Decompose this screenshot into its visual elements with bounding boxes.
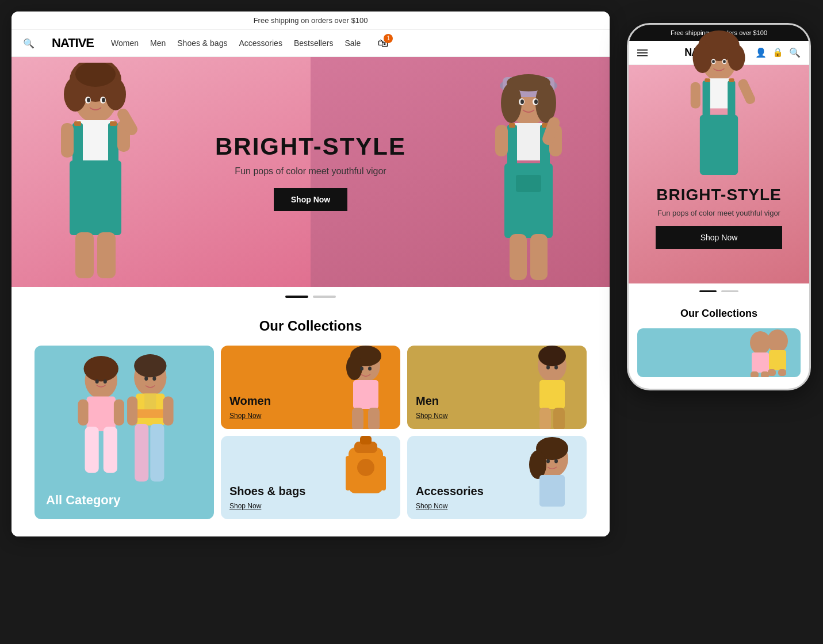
svg-rect-108 (761, 371, 769, 377)
shoes-shop-now-link[interactable]: Shop Now (229, 502, 261, 510)
cart-icon[interactable]: 🛍 1 (378, 37, 388, 49)
svg-rect-110 (769, 350, 786, 370)
accessories-illustration (518, 436, 587, 519)
svg-rect-12 (70, 160, 121, 235)
nav-item-bestsellers[interactable]: Bestsellers (294, 38, 333, 48)
svg-rect-100 (737, 78, 757, 105)
accessories-card[interactable]: Accessories Shop Now (407, 436, 587, 519)
mobile-hero-shop-now-button[interactable]: Shop Now (656, 226, 782, 249)
svg-rect-112 (778, 369, 786, 376)
svg-rect-111 (768, 369, 776, 376)
svg-rect-65 (353, 380, 378, 409)
men-card-label: Men Shop Now (407, 386, 456, 429)
svg-point-85 (529, 450, 546, 479)
accessories-shop-now-link[interactable]: Shop Now (416, 502, 447, 510)
desktop-browser: Free shipping on orders over $100 🔍 NATI… (12, 12, 610, 536)
site-logo[interactable]: NATIVE (52, 36, 94, 51)
svg-point-68 (360, 367, 363, 371)
svg-point-60 (144, 377, 148, 381)
hero-banner: BRIGHT-STYLE Fun pops of color meet yout… (12, 57, 610, 287)
svg-point-92 (728, 45, 745, 71)
svg-point-28 (520, 99, 524, 104)
svg-rect-13 (74, 121, 81, 126)
svg-point-64 (346, 355, 362, 380)
svg-rect-55 (136, 409, 164, 418)
hero-content: BRIGHT-STYLE Fun pops of color meet yout… (215, 133, 406, 211)
svg-rect-54 (144, 394, 156, 411)
svg-rect-66 (352, 408, 363, 429)
slider-dots (12, 287, 610, 306)
nav-item-sale[interactable]: Sale (344, 38, 361, 48)
svg-point-43 (84, 356, 118, 381)
collections-grid: All Category (35, 346, 587, 519)
svg-point-88 (554, 459, 558, 463)
men-card[interactable]: Men Shop Now (407, 346, 587, 429)
svg-rect-46 (104, 427, 117, 473)
svg-rect-58 (127, 397, 137, 425)
svg-point-29 (534, 99, 538, 104)
mobile-hero-content: BRIGHT-STYLE Fun pops of color meet yout… (629, 174, 809, 260)
all-category-card[interactable]: All Category (35, 346, 214, 519)
svg-rect-107 (751, 371, 759, 377)
svg-point-25 (507, 74, 550, 91)
mobile-collections-preview (629, 328, 809, 389)
svg-rect-56 (135, 424, 148, 482)
nav-item-women[interactable]: Women (111, 38, 139, 48)
shoes-illustration (331, 436, 400, 519)
mobile-dot-2[interactable] (721, 290, 738, 292)
svg-rect-96 (700, 115, 738, 175)
mobile-frame: Free shipping on orders over $100 NATIVE… (627, 23, 811, 390)
svg-rect-74 (553, 408, 565, 429)
mobile-search-icon[interactable]: 🔍 (789, 47, 801, 58)
collections-title: Our Collections (35, 318, 587, 334)
search-icon[interactable]: 🔍 (23, 38, 35, 49)
svg-point-49 (95, 379, 99, 384)
mobile-lock-icon[interactable]: 🔒 (772, 47, 783, 58)
mobile-slider-dots (629, 283, 809, 299)
hero-shop-now-button[interactable]: Shop Now (274, 188, 347, 211)
svg-rect-94 (703, 80, 710, 118)
svg-rect-33 (504, 163, 553, 238)
svg-point-50 (104, 379, 107, 384)
svg-rect-47 (78, 400, 88, 425)
svg-rect-98 (729, 78, 734, 82)
svg-point-82 (357, 459, 374, 476)
women-card[interactable]: Women Shop Now (221, 346, 400, 429)
shoes-card-label: Shoes & bags Shop Now (221, 476, 314, 519)
svg-rect-59 (163, 397, 173, 425)
svg-rect-81 (381, 456, 386, 490)
hero-right-model (465, 63, 592, 287)
svg-point-109 (767, 329, 788, 352)
men-shop-now-link[interactable]: Shop Now (416, 412, 447, 420)
svg-point-8 (102, 98, 105, 102)
nav-item-shoes[interactable]: Shoes & bags (177, 38, 227, 48)
slider-dot-2[interactable] (313, 296, 336, 298)
svg-rect-44 (87, 397, 116, 431)
mobile-inner: Free shipping on orders over $100 NATIVE… (629, 25, 809, 389)
svg-rect-45 (85, 427, 99, 473)
women-shop-now-link[interactable]: Shop Now (229, 412, 261, 420)
mobile-hero: BRIGHT-STYLE Fun pops of color meet yout… (629, 65, 809, 283)
all-category-label: All Category (46, 493, 121, 508)
svg-point-103 (712, 60, 715, 63)
mobile-dot-1[interactable] (699, 290, 717, 292)
mobile-all-category-card[interactable] (637, 328, 801, 377)
cart-badge: 1 (384, 34, 393, 43)
hamburger-menu[interactable] (637, 49, 648, 56)
svg-point-91 (693, 43, 713, 73)
svg-rect-80 (346, 456, 350, 490)
svg-rect-14 (110, 121, 117, 126)
shoes-card[interactable]: Shoes & bags Shop Now (221, 436, 400, 519)
nav-item-accessories[interactable]: Accessories (239, 38, 282, 48)
svg-rect-15 (61, 123, 74, 158)
accessories-card-label: Accessories Shop Now (407, 476, 492, 519)
svg-point-87 (546, 459, 550, 463)
svg-point-76 (554, 366, 558, 370)
svg-point-52 (134, 354, 166, 377)
nav-item-men[interactable]: Men (150, 38, 166, 48)
svg-rect-48 (114, 400, 124, 425)
slider-dot-1[interactable] (285, 296, 308, 298)
svg-rect-86 (539, 475, 565, 507)
svg-point-4 (75, 63, 116, 87)
svg-point-7 (87, 98, 90, 102)
